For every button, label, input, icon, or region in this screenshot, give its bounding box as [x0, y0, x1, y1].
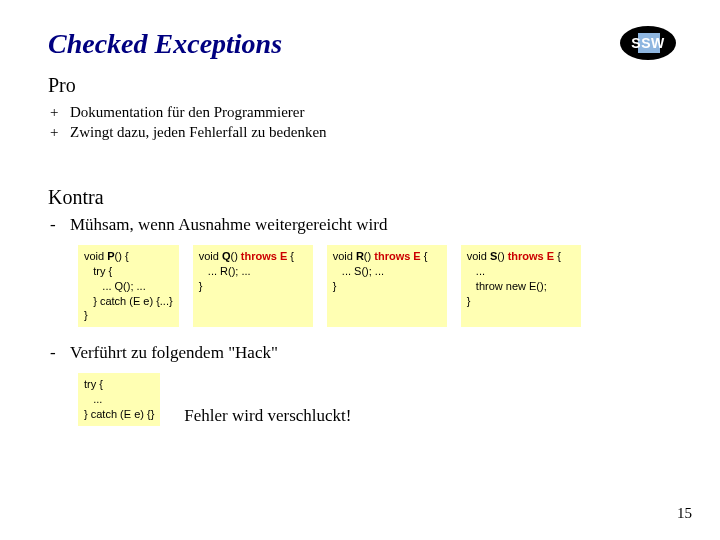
kontra-item-1: Mühsam, wenn Ausnahme weitergereicht wir… — [48, 215, 672, 235]
ssw-logo: SSW — [620, 26, 676, 60]
hack-message: Fehler wird verschluckt! — [184, 406, 351, 426]
kontra-heading: Kontra — [48, 186, 672, 209]
code-box-s: void S() throws E { ... throw new E(); } — [461, 245, 581, 327]
code-box-hack: try { ... } catch (E e) {} — [78, 373, 160, 426]
code-row: void P() { try { ... Q(); ... } catch (E… — [78, 245, 672, 327]
code-box-q: void Q() throws E { ... R(); ... } — [193, 245, 313, 327]
code-box-r: void R() throws E { ... S(); ... } — [327, 245, 447, 327]
code-box-p: void P() { try { ... Q(); ... } catch (E… — [78, 245, 179, 327]
slide: SSW Checked Exceptions Pro Dokumentation… — [0, 0, 720, 540]
slide-title: Checked Exceptions — [48, 28, 672, 60]
pro-item: Zwingt dazu, jeden Fehlerfall zu bedenke… — [48, 123, 672, 143]
hack-row: try { ... } catch (E e) {} Fehler wird v… — [78, 373, 672, 426]
pro-list: Dokumentation für den Programmierer Zwin… — [48, 103, 672, 142]
kontra-item-2: Verführt zu folgendem "Hack" — [48, 343, 672, 363]
pro-item: Dokumentation für den Programmierer — [48, 103, 672, 123]
logo-text: SSW — [631, 35, 664, 51]
page-number: 15 — [677, 505, 692, 522]
pro-heading: Pro — [48, 74, 672, 97]
